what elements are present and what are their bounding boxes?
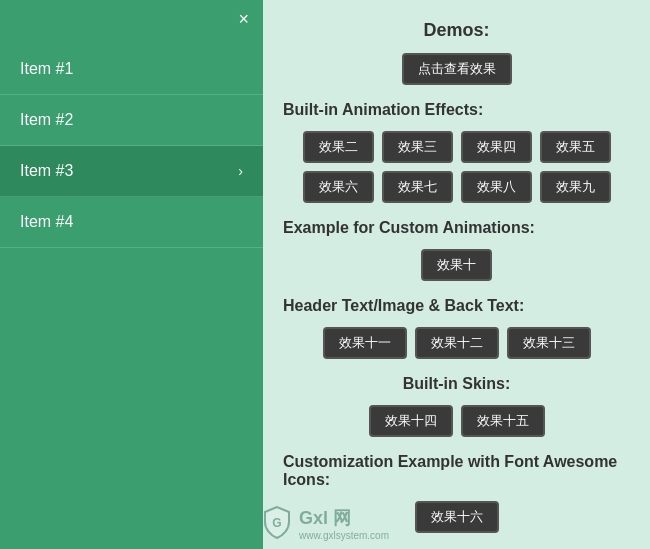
effect-btn-6[interactable]: 效果六	[303, 171, 374, 203]
sidebar-item-2[interactable]: Item #2	[0, 95, 263, 146]
sidebar: × Item #1 Item #2 Item #3 › Item #4	[0, 0, 263, 549]
sidebar-item-4-label: Item #4	[20, 213, 73, 231]
effect-btn-15[interactable]: 效果十五	[461, 405, 545, 437]
sidebar-item-3[interactable]: Item #3 ›	[0, 146, 263, 197]
section-title-animation: Built-in Animation Effects:	[283, 101, 630, 119]
effect-btn-11[interactable]: 效果十一	[323, 327, 407, 359]
section-font-awesome: Customization Example with Font Awesome …	[283, 453, 630, 533]
sidebar-item-4[interactable]: Item #4	[0, 197, 263, 248]
custom-btn-group: 效果十	[283, 249, 630, 281]
demos-btn-group: 点击查看效果	[283, 53, 630, 85]
close-button[interactable]: ×	[238, 10, 249, 28]
effect-btn-4[interactable]: 效果四	[461, 131, 532, 163]
effect-btn-3[interactable]: 效果三	[382, 131, 453, 163]
effect-btn-16[interactable]: 效果十六	[415, 501, 499, 533]
header-btn-group: 效果十一 效果十二 效果十三	[283, 327, 630, 359]
section-header-text: Header Text/Image & Back Text: 效果十一 效果十二…	[283, 297, 630, 359]
effect-btn-9[interactable]: 效果九	[540, 171, 611, 203]
effect-btn-12[interactable]: 效果十二	[415, 327, 499, 359]
main-content: Demos: 点击查看效果 Built-in Animation Effects…	[263, 0, 650, 549]
effect-btn-14[interactable]: 效果十四	[369, 405, 453, 437]
effect-btn-10[interactable]: 效果十	[421, 249, 492, 281]
section-title-header: Header Text/Image & Back Text:	[283, 297, 630, 315]
effect-btn-5[interactable]: 效果五	[540, 131, 611, 163]
skins-btn-group: 效果十四 效果十五	[283, 405, 630, 437]
effect-btn-13[interactable]: 效果十三	[507, 327, 591, 359]
demos-title: Demos:	[283, 20, 630, 41]
effect-btn-7[interactable]: 效果七	[382, 171, 453, 203]
sidebar-item-1[interactable]: Item #1	[0, 44, 263, 95]
effect-btn-2[interactable]: 效果二	[303, 131, 374, 163]
animation-btn-group: 效果二 效果三 效果四 效果五 效果六 效果七 效果八 效果九	[283, 131, 630, 203]
section-title-skins: Built-in Skins:	[283, 375, 630, 393]
section-title-fontawesome: Customization Example with Font Awesome …	[283, 453, 630, 489]
effect-btn-demo[interactable]: 点击查看效果	[402, 53, 512, 85]
effect-btn-8[interactable]: 效果八	[461, 171, 532, 203]
sidebar-item-2-label: Item #2	[20, 111, 73, 129]
section-built-in-animation: Built-in Animation Effects: 效果二 效果三 效果四 …	[283, 101, 630, 203]
chevron-right-icon: ›	[238, 163, 243, 179]
section-custom-animations: Example for Custom Animations: 效果十	[283, 219, 630, 281]
fontawesome-btn-group: 效果十六	[283, 501, 630, 533]
section-title-custom: Example for Custom Animations:	[283, 219, 630, 237]
sidebar-item-3-label: Item #3	[20, 162, 73, 180]
section-built-in-skins: Built-in Skins: 效果十四 效果十五	[283, 375, 630, 437]
sidebar-item-1-label: Item #1	[20, 60, 73, 78]
